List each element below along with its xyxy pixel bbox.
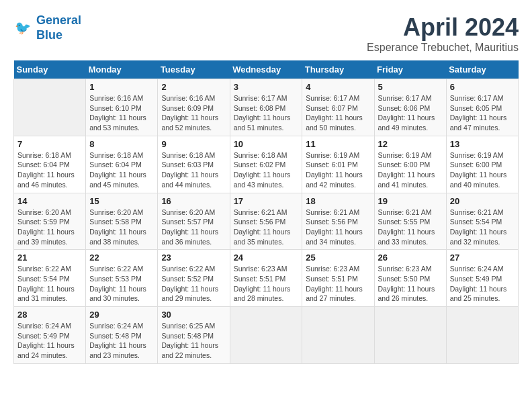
- day-info: Sunrise: 6:22 AMSunset: 5:53 PMDaylight:…: [89, 264, 154, 304]
- day-info: Sunrise: 6:22 AMSunset: 5:52 PMDaylight:…: [161, 264, 226, 304]
- calendar-cell: 20Sunrise: 6:21 AMSunset: 5:54 PMDayligh…: [446, 193, 518, 250]
- page-header: 🐦 General Blue April 2024 Esperance Treb…: [13, 13, 519, 54]
- day-number: 16: [161, 196, 226, 206]
- calendar-cell: [446, 307, 518, 364]
- calendar-cell: 14Sunrise: 6:20 AMSunset: 5:59 PMDayligh…: [14, 193, 86, 250]
- calendar-cell: 18Sunrise: 6:21 AMSunset: 5:56 PMDayligh…: [302, 193, 374, 250]
- day-number: 19: [378, 196, 443, 206]
- day-number: 23: [161, 253, 226, 263]
- day-info: Sunrise: 6:24 AMSunset: 5:49 PMDaylight:…: [450, 264, 515, 304]
- calendar-cell: [302, 307, 374, 364]
- calendar-cell: 22Sunrise: 6:22 AMSunset: 5:53 PMDayligh…: [86, 250, 158, 307]
- calendar-cell: 30Sunrise: 6:25 AMSunset: 5:48 PMDayligh…: [158, 307, 230, 364]
- calendar-cell: 21Sunrise: 6:22 AMSunset: 5:54 PMDayligh…: [14, 250, 86, 307]
- day-number: 20: [450, 196, 515, 206]
- day-info: Sunrise: 6:21 AMSunset: 5:56 PMDaylight:…: [306, 208, 370, 247]
- day-header: Wednesday: [230, 60, 302, 79]
- day-info: Sunrise: 6:22 AMSunset: 5:54 PMDaylight:…: [17, 264, 82, 304]
- calendar-week: 1Sunrise: 6:16 AMSunset: 6:10 PMDaylight…: [14, 79, 519, 136]
- calendar-cell: 8Sunrise: 6:18 AMSunset: 6:04 PMDaylight…: [86, 136, 158, 193]
- calendar-cell: 19Sunrise: 6:21 AMSunset: 5:55 PMDayligh…: [374, 193, 446, 250]
- day-info: Sunrise: 6:19 AMSunset: 6:00 PMDaylight:…: [378, 150, 443, 190]
- logo-line2: Blue: [36, 28, 62, 42]
- calendar-cell: 9Sunrise: 6:18 AMSunset: 6:03 PMDaylight…: [158, 136, 230, 193]
- day-number: 13: [450, 139, 515, 149]
- calendar-week: 7Sunrise: 6:18 AMSunset: 6:04 PMDaylight…: [14, 136, 519, 193]
- day-number: 24: [234, 253, 299, 263]
- title-block: April 2024 Esperance Trebuchet, Mauritiu…: [367, 13, 519, 54]
- day-number: 5: [378, 82, 443, 92]
- day-number: 3: [234, 82, 299, 92]
- calendar-header: SundayMondayTuesdayWednesdayThursdayFrid…: [14, 60, 519, 79]
- day-number: 8: [89, 139, 154, 149]
- day-number: 28: [17, 310, 82, 320]
- day-info: Sunrise: 6:20 AMSunset: 5:59 PMDaylight:…: [17, 208, 82, 247]
- day-number: 4: [306, 82, 370, 92]
- day-number: 1: [89, 82, 154, 92]
- calendar-week: 14Sunrise: 6:20 AMSunset: 5:59 PMDayligh…: [14, 193, 519, 250]
- calendar-cell: 23Sunrise: 6:22 AMSunset: 5:52 PMDayligh…: [158, 250, 230, 307]
- day-info: Sunrise: 6:18 AMSunset: 6:04 PMDaylight:…: [89, 150, 154, 190]
- day-info: Sunrise: 6:23 AMSunset: 5:50 PMDaylight:…: [378, 264, 443, 304]
- day-info: Sunrise: 6:23 AMSunset: 5:51 PMDaylight:…: [306, 264, 370, 304]
- calendar-cell: 2Sunrise: 6:16 AMSunset: 6:09 PMDaylight…: [158, 79, 230, 136]
- day-info: Sunrise: 6:17 AMSunset: 6:07 PMDaylight:…: [306, 93, 370, 133]
- day-number: 21: [17, 253, 82, 263]
- day-info: Sunrise: 6:25 AMSunset: 5:48 PMDaylight:…: [161, 321, 226, 361]
- day-info: Sunrise: 6:21 AMSunset: 5:54 PMDaylight:…: [450, 208, 515, 247]
- day-info: Sunrise: 6:21 AMSunset: 5:56 PMDaylight:…: [234, 208, 299, 247]
- day-number: 15: [89, 196, 154, 206]
- day-info: Sunrise: 6:24 AMSunset: 5:48 PMDaylight:…: [89, 321, 154, 361]
- calendar-cell: 13Sunrise: 6:19 AMSunset: 6:00 PMDayligh…: [446, 136, 518, 193]
- day-number: 14: [17, 196, 82, 206]
- day-info: Sunrise: 6:17 AMSunset: 6:05 PMDaylight:…: [450, 93, 515, 133]
- day-number: 30: [161, 310, 226, 320]
- calendar-title: April 2024: [367, 13, 519, 42]
- day-number: 7: [17, 139, 82, 149]
- day-info: Sunrise: 6:23 AMSunset: 5:51 PMDaylight:…: [234, 264, 299, 304]
- day-header: Saturday: [446, 60, 518, 79]
- calendar-cell: 11Sunrise: 6:19 AMSunset: 6:01 PMDayligh…: [302, 136, 374, 193]
- day-number: 6: [450, 82, 515, 92]
- calendar-cell: 4Sunrise: 6:17 AMSunset: 6:07 PMDaylight…: [302, 79, 374, 136]
- day-info: Sunrise: 6:18 AMSunset: 6:04 PMDaylight:…: [17, 150, 82, 190]
- svg-text:🐦: 🐦: [15, 19, 32, 36]
- calendar-cell: 28Sunrise: 6:24 AMSunset: 5:49 PMDayligh…: [14, 307, 86, 364]
- day-number: 2: [161, 82, 226, 92]
- day-header: Sunday: [14, 60, 86, 79]
- calendar-cell: 10Sunrise: 6:18 AMSunset: 6:02 PMDayligh…: [230, 136, 302, 193]
- day-header: Tuesday: [158, 60, 230, 79]
- calendar-cell: 7Sunrise: 6:18 AMSunset: 6:04 PMDaylight…: [14, 136, 86, 193]
- day-number: 22: [89, 253, 154, 263]
- day-number: 18: [306, 196, 370, 206]
- calendar-cell: 17Sunrise: 6:21 AMSunset: 5:56 PMDayligh…: [230, 193, 302, 250]
- day-header: Thursday: [302, 60, 374, 79]
- day-number: 11: [306, 139, 370, 149]
- day-number: 17: [234, 196, 299, 206]
- calendar-cell: 26Sunrise: 6:23 AMSunset: 5:50 PMDayligh…: [374, 250, 446, 307]
- calendar-cell: 5Sunrise: 6:17 AMSunset: 6:06 PMDaylight…: [374, 79, 446, 136]
- calendar-cell: [374, 307, 446, 364]
- day-info: Sunrise: 6:18 AMSunset: 6:03 PMDaylight:…: [161, 150, 226, 190]
- day-info: Sunrise: 6:20 AMSunset: 5:58 PMDaylight:…: [89, 208, 154, 247]
- calendar-cell: [14, 79, 86, 136]
- calendar-cell: 12Sunrise: 6:19 AMSunset: 6:00 PMDayligh…: [374, 136, 446, 193]
- day-info: Sunrise: 6:24 AMSunset: 5:49 PMDaylight:…: [17, 321, 82, 361]
- calendar-cell: 27Sunrise: 6:24 AMSunset: 5:49 PMDayligh…: [446, 250, 518, 307]
- day-number: 10: [234, 139, 299, 149]
- logo: 🐦 General Blue: [13, 13, 81, 42]
- day-number: 26: [378, 253, 443, 263]
- day-header: Monday: [86, 60, 158, 79]
- calendar-week: 28Sunrise: 6:24 AMSunset: 5:49 PMDayligh…: [14, 307, 519, 364]
- day-number: 12: [378, 139, 443, 149]
- calendar-cell: 16Sunrise: 6:20 AMSunset: 5:57 PMDayligh…: [158, 193, 230, 250]
- calendar-week: 21Sunrise: 6:22 AMSunset: 5:54 PMDayligh…: [14, 250, 519, 307]
- day-info: Sunrise: 6:19 AMSunset: 6:01 PMDaylight:…: [306, 150, 370, 190]
- calendar-table: SundayMondayTuesdayWednesdayThursdayFrid…: [13, 60, 519, 364]
- calendar-cell: 15Sunrise: 6:20 AMSunset: 5:58 PMDayligh…: [86, 193, 158, 250]
- day-info: Sunrise: 6:16 AMSunset: 6:09 PMDaylight:…: [161, 93, 226, 133]
- calendar-cell: 29Sunrise: 6:24 AMSunset: 5:48 PMDayligh…: [86, 307, 158, 364]
- logo-text: General Blue: [36, 13, 81, 42]
- day-info: Sunrise: 6:18 AMSunset: 6:02 PMDaylight:…: [234, 150, 299, 190]
- day-info: Sunrise: 6:16 AMSunset: 6:10 PMDaylight:…: [89, 93, 154, 133]
